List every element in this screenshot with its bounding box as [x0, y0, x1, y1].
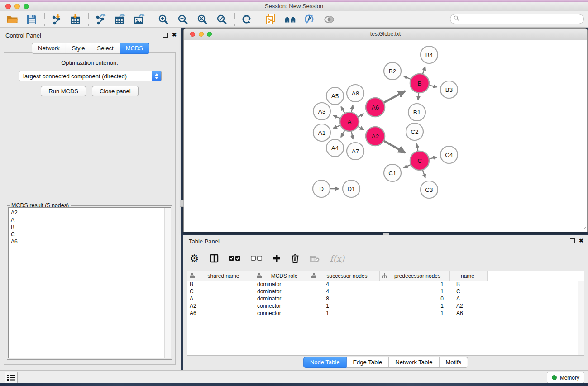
create-column-icon[interactable] — [272, 254, 281, 262]
cell-MCDS-role[interactable]: dominator — [254, 295, 309, 303]
node-C3[interactable]: C3 — [421, 181, 438, 198]
table-row[interactable]: A2connector11A2 — [187, 303, 584, 310]
cell-successor-nodes[interactable]: 8 — [309, 295, 380, 303]
node-A1[interactable]: A1 — [313, 124, 330, 141]
node-B4[interactable]: B4 — [421, 46, 438, 63]
column-header-name[interactable]: name — [450, 271, 488, 281]
node-C2[interactable]: C2 — [406, 123, 423, 140]
tab-node-table[interactable]: Node Table — [303, 357, 347, 368]
network-canvas[interactable]: AA6A2BCA1A3A4A5A7A8B1B2B3B4C1C2C3C4DD1 — [184, 40, 587, 232]
select-all-icon[interactable] — [229, 256, 240, 261]
task-history-button[interactable] — [5, 372, 18, 383]
column-header-predecessor-nodes[interactable]: predecessor nodes — [380, 271, 450, 281]
cell-name[interactable]: B — [450, 281, 488, 288]
tab-select[interactable]: Select — [91, 43, 120, 54]
node-A7[interactable]: A7 — [347, 143, 364, 160]
result-list-item[interactable]: A6 — [11, 238, 171, 245]
cell-successor-nodes[interactable]: 1 — [309, 310, 380, 317]
column-header-shared-name[interactable]: shared name — [187, 271, 254, 281]
table-scrollbar[interactable] — [578, 281, 584, 355]
cell-predecessor-nodes[interactable]: 0 — [380, 295, 450, 303]
zoom-in-icon[interactable] — [157, 13, 170, 26]
close-panel-icon[interactable]: ✖ — [172, 32, 177, 38]
import-network-icon[interactable] — [49, 13, 63, 26]
node-A8[interactable]: A8 — [347, 85, 364, 102]
cell-shared-name[interactable]: A6 — [187, 310, 254, 317]
close-panel-button[interactable]: Close panel — [92, 86, 139, 96]
node-C4[interactable]: C4 — [440, 146, 458, 163]
node-A[interactable]: A — [340, 112, 359, 131]
cell-MCDS-role[interactable]: connector — [254, 303, 309, 310]
cell-MCDS-role[interactable]: dominator — [254, 288, 309, 295]
cell-shared-name[interactable]: A — [187, 295, 254, 303]
cell-predecessor-nodes[interactable]: 1 — [380, 288, 450, 295]
delete-column-icon[interactable] — [291, 254, 299, 263]
zoom-out-icon[interactable] — [176, 13, 190, 26]
tab-network-table[interactable]: Network Table — [389, 357, 439, 368]
criterion-select[interactable]: largest connected component (directed) — [19, 71, 162, 81]
cell-predecessor-nodes[interactable]: 1 — [380, 281, 450, 288]
node-B1[interactable]: B1 — [408, 104, 425, 121]
import-table-icon[interactable] — [69, 13, 82, 26]
node-D[interactable]: D — [313, 180, 330, 197]
horizontal-splitter-handle[interactable] — [180, 200, 184, 207]
save-session-icon[interactable] — [25, 13, 38, 26]
node-B3[interactable]: B3 — [440, 81, 458, 98]
cell-name[interactable]: A2 — [450, 303, 488, 310]
close-table-panel-icon[interactable]: ✖ — [579, 238, 583, 243]
network-graph[interactable]: AA6A2BCA1A3A4A5A7A8B1B2B3B4C1C2C3C4DD1 — [184, 40, 587, 232]
show-graphics-details-icon[interactable] — [322, 13, 336, 26]
column-header-MCDS-role[interactable]: MCDS role — [254, 271, 309, 281]
cell-shared-name[interactable]: B — [187, 281, 254, 288]
tab-motifs[interactable]: Motifs — [439, 357, 468, 368]
node-B[interactable]: B — [410, 74, 429, 93]
main-titlebar[interactable]: Session: New Session — [0, 2, 588, 11]
table-settings-icon[interactable]: ⚙ — [190, 253, 199, 264]
float-table-panel-icon[interactable] — [570, 238, 575, 243]
node-A2[interactable]: A2 — [366, 127, 385, 146]
export-table-icon[interactable] — [113, 13, 126, 26]
search-box[interactable] — [450, 14, 584, 24]
tab-mcds[interactable]: MCDS — [120, 43, 149, 54]
run-mcds-button[interactable]: Run MCDS — [41, 86, 86, 96]
show-columns-icon[interactable] — [210, 254, 219, 263]
cell-shared-name[interactable]: C — [187, 288, 254, 295]
refresh-layout-icon[interactable] — [239, 13, 253, 26]
table-row[interactable]: Cdominator41C — [187, 288, 584, 295]
window-resize-grip[interactable] — [581, 223, 587, 231]
node-C1[interactable]: C1 — [384, 164, 401, 181]
table-row[interactable]: Bdominator41B — [187, 281, 584, 288]
node-D1[interactable]: D1 — [343, 180, 360, 197]
cell-successor-nodes[interactable]: 1 — [309, 303, 380, 310]
hide-annotations-icon[interactable] — [303, 13, 316, 26]
node-A3[interactable]: A3 — [313, 103, 330, 120]
result-list-item[interactable]: A2 — [11, 209, 171, 216]
mcds-result-list[interactable]: A2ABCA6 — [8, 207, 171, 358]
tab-edge-table[interactable]: Edge Table — [346, 357, 389, 368]
cell-successor-nodes[interactable]: 4 — [309, 288, 380, 295]
deselect-all-icon[interactable] — [251, 256, 262, 261]
network-overview-icon[interactable] — [283, 13, 297, 26]
node-A5[interactable]: A5 — [326, 87, 344, 105]
result-list-item[interactable]: A — [11, 216, 171, 224]
cell-MCDS-role[interactable]: connector — [254, 310, 309, 317]
open-session-icon[interactable] — [5, 13, 19, 26]
cell-predecessor-nodes[interactable]: 1 — [380, 303, 450, 310]
table-row[interactable]: Adominator80A — [187, 295, 584, 303]
export-image-icon[interactable] — [132, 13, 146, 26]
result-list-item[interactable]: C — [11, 231, 171, 238]
zoom-fit-icon[interactable] — [196, 13, 209, 26]
column-header-successor-nodes[interactable]: successor nodes — [309, 271, 380, 281]
cell-name[interactable]: A6 — [450, 310, 488, 317]
node-A6[interactable]: A6 — [366, 98, 385, 117]
table-row[interactable]: A6connector11A6 — [187, 310, 584, 317]
export-network-icon[interactable] — [93, 13, 107, 26]
cell-successor-nodes[interactable]: 4 — [309, 281, 380, 288]
network-window-titlebar[interactable]: testGlobe.txt — [184, 29, 587, 41]
node-B2[interactable]: B2 — [384, 62, 401, 80]
cell-predecessor-nodes[interactable]: 1 — [380, 310, 450, 317]
zoom-selected-icon[interactable] — [215, 13, 229, 26]
cell-MCDS-role[interactable]: dominator — [254, 281, 309, 288]
search-input[interactable] — [461, 15, 583, 23]
result-list-item[interactable]: B — [11, 224, 171, 231]
